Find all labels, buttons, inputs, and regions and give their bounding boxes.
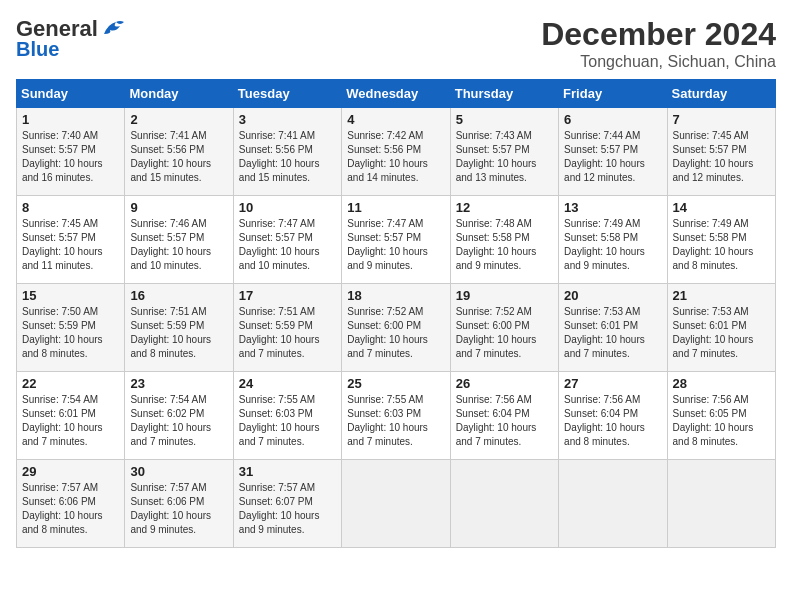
day-number: 12 [456, 200, 553, 215]
day-number: 11 [347, 200, 444, 215]
cell-info: Sunrise: 7:42 AMSunset: 5:56 PMDaylight:… [347, 130, 428, 183]
title-area: December 2024 Tongchuan, Sichuan, China [541, 16, 776, 71]
cell-info: Sunrise: 7:55 AMSunset: 6:03 PMDaylight:… [347, 394, 428, 447]
cell-info: Sunrise: 7:57 AMSunset: 6:06 PMDaylight:… [22, 482, 103, 535]
calendar-cell: 29 Sunrise: 7:57 AMSunset: 6:06 PMDaylig… [17, 460, 125, 548]
day-number: 24 [239, 376, 336, 391]
day-number: 14 [673, 200, 770, 215]
cell-info: Sunrise: 7:54 AMSunset: 6:02 PMDaylight:… [130, 394, 211, 447]
day-number: 30 [130, 464, 227, 479]
calendar-cell: 22 Sunrise: 7:54 AMSunset: 6:01 PMDaylig… [17, 372, 125, 460]
day-number: 21 [673, 288, 770, 303]
weekday-header-monday: Monday [125, 80, 233, 108]
cell-info: Sunrise: 7:51 AMSunset: 5:59 PMDaylight:… [239, 306, 320, 359]
calendar-cell: 6 Sunrise: 7:44 AMSunset: 5:57 PMDayligh… [559, 108, 667, 196]
calendar-cell: 7 Sunrise: 7:45 AMSunset: 5:57 PMDayligh… [667, 108, 775, 196]
calendar-cell: 15 Sunrise: 7:50 AMSunset: 5:59 PMDaylig… [17, 284, 125, 372]
logo: General Blue [16, 16, 124, 61]
day-number: 22 [22, 376, 119, 391]
logo-blue-text: Blue [16, 38, 59, 61]
cell-info: Sunrise: 7:50 AMSunset: 5:59 PMDaylight:… [22, 306, 103, 359]
calendar-cell: 24 Sunrise: 7:55 AMSunset: 6:03 PMDaylig… [233, 372, 341, 460]
day-number: 28 [673, 376, 770, 391]
cell-info: Sunrise: 7:43 AMSunset: 5:57 PMDaylight:… [456, 130, 537, 183]
calendar-cell [342, 460, 450, 548]
calendar-cell: 14 Sunrise: 7:49 AMSunset: 5:58 PMDaylig… [667, 196, 775, 284]
day-number: 16 [130, 288, 227, 303]
calendar-cell [667, 460, 775, 548]
weekday-header-wednesday: Wednesday [342, 80, 450, 108]
day-number: 20 [564, 288, 661, 303]
week-row-5: 29 Sunrise: 7:57 AMSunset: 6:06 PMDaylig… [17, 460, 776, 548]
calendar-cell: 18 Sunrise: 7:52 AMSunset: 6:00 PMDaylig… [342, 284, 450, 372]
cell-info: Sunrise: 7:44 AMSunset: 5:57 PMDaylight:… [564, 130, 645, 183]
calendar-cell: 21 Sunrise: 7:53 AMSunset: 6:01 PMDaylig… [667, 284, 775, 372]
day-number: 23 [130, 376, 227, 391]
calendar-cell: 1 Sunrise: 7:40 AMSunset: 5:57 PMDayligh… [17, 108, 125, 196]
day-number: 29 [22, 464, 119, 479]
calendar-cell: 31 Sunrise: 7:57 AMSunset: 6:07 PMDaylig… [233, 460, 341, 548]
calendar-cell: 28 Sunrise: 7:56 AMSunset: 6:05 PMDaylig… [667, 372, 775, 460]
cell-info: Sunrise: 7:46 AMSunset: 5:57 PMDaylight:… [130, 218, 211, 271]
cell-info: Sunrise: 7:47 AMSunset: 5:57 PMDaylight:… [239, 218, 320, 271]
calendar-cell: 8 Sunrise: 7:45 AMSunset: 5:57 PMDayligh… [17, 196, 125, 284]
location-title: Tongchuan, Sichuan, China [541, 53, 776, 71]
calendar-cell: 9 Sunrise: 7:46 AMSunset: 5:57 PMDayligh… [125, 196, 233, 284]
cell-info: Sunrise: 7:47 AMSunset: 5:57 PMDaylight:… [347, 218, 428, 271]
cell-info: Sunrise: 7:54 AMSunset: 6:01 PMDaylight:… [22, 394, 103, 447]
cell-info: Sunrise: 7:49 AMSunset: 5:58 PMDaylight:… [673, 218, 754, 271]
cell-info: Sunrise: 7:57 AMSunset: 6:07 PMDaylight:… [239, 482, 320, 535]
calendar-cell: 3 Sunrise: 7:41 AMSunset: 5:56 PMDayligh… [233, 108, 341, 196]
week-row-4: 22 Sunrise: 7:54 AMSunset: 6:01 PMDaylig… [17, 372, 776, 460]
day-number: 13 [564, 200, 661, 215]
weekday-header-saturday: Saturday [667, 80, 775, 108]
calendar-cell [450, 460, 558, 548]
cell-info: Sunrise: 7:56 AMSunset: 6:04 PMDaylight:… [564, 394, 645, 447]
calendar-cell: 2 Sunrise: 7:41 AMSunset: 5:56 PMDayligh… [125, 108, 233, 196]
cell-info: Sunrise: 7:55 AMSunset: 6:03 PMDaylight:… [239, 394, 320, 447]
cell-info: Sunrise: 7:41 AMSunset: 5:56 PMDaylight:… [130, 130, 211, 183]
cell-info: Sunrise: 7:48 AMSunset: 5:58 PMDaylight:… [456, 218, 537, 271]
week-row-2: 8 Sunrise: 7:45 AMSunset: 5:57 PMDayligh… [17, 196, 776, 284]
cell-info: Sunrise: 7:49 AMSunset: 5:58 PMDaylight:… [564, 218, 645, 271]
day-number: 19 [456, 288, 553, 303]
day-number: 7 [673, 112, 770, 127]
week-row-1: 1 Sunrise: 7:40 AMSunset: 5:57 PMDayligh… [17, 108, 776, 196]
calendar-cell: 20 Sunrise: 7:53 AMSunset: 6:01 PMDaylig… [559, 284, 667, 372]
calendar-cell: 23 Sunrise: 7:54 AMSunset: 6:02 PMDaylig… [125, 372, 233, 460]
logo-bird-icon [102, 20, 124, 38]
cell-info: Sunrise: 7:41 AMSunset: 5:56 PMDaylight:… [239, 130, 320, 183]
calendar-cell: 26 Sunrise: 7:56 AMSunset: 6:04 PMDaylig… [450, 372, 558, 460]
day-number: 3 [239, 112, 336, 127]
week-row-3: 15 Sunrise: 7:50 AMSunset: 5:59 PMDaylig… [17, 284, 776, 372]
calendar-cell: 16 Sunrise: 7:51 AMSunset: 5:59 PMDaylig… [125, 284, 233, 372]
cell-info: Sunrise: 7:45 AMSunset: 5:57 PMDaylight:… [22, 218, 103, 271]
cell-info: Sunrise: 7:51 AMSunset: 5:59 PMDaylight:… [130, 306, 211, 359]
weekday-header-row: SundayMondayTuesdayWednesdayThursdayFrid… [17, 80, 776, 108]
calendar-cell: 13 Sunrise: 7:49 AMSunset: 5:58 PMDaylig… [559, 196, 667, 284]
day-number: 25 [347, 376, 444, 391]
calendar-cell: 12 Sunrise: 7:48 AMSunset: 5:58 PMDaylig… [450, 196, 558, 284]
calendar-cell: 27 Sunrise: 7:56 AMSunset: 6:04 PMDaylig… [559, 372, 667, 460]
day-number: 31 [239, 464, 336, 479]
header: General Blue December 2024 Tongchuan, Si… [16, 16, 776, 71]
calendar-cell: 10 Sunrise: 7:47 AMSunset: 5:57 PMDaylig… [233, 196, 341, 284]
day-number: 6 [564, 112, 661, 127]
day-number: 5 [456, 112, 553, 127]
cell-info: Sunrise: 7:53 AMSunset: 6:01 PMDaylight:… [673, 306, 754, 359]
day-number: 10 [239, 200, 336, 215]
day-number: 26 [456, 376, 553, 391]
day-number: 8 [22, 200, 119, 215]
day-number: 17 [239, 288, 336, 303]
day-number: 1 [22, 112, 119, 127]
month-title: December 2024 [541, 16, 776, 53]
weekday-header-sunday: Sunday [17, 80, 125, 108]
day-number: 9 [130, 200, 227, 215]
cell-info: Sunrise: 7:56 AMSunset: 6:04 PMDaylight:… [456, 394, 537, 447]
day-number: 4 [347, 112, 444, 127]
day-number: 18 [347, 288, 444, 303]
calendar-cell: 25 Sunrise: 7:55 AMSunset: 6:03 PMDaylig… [342, 372, 450, 460]
cell-info: Sunrise: 7:52 AMSunset: 6:00 PMDaylight:… [347, 306, 428, 359]
day-number: 2 [130, 112, 227, 127]
cell-info: Sunrise: 7:52 AMSunset: 6:00 PMDaylight:… [456, 306, 537, 359]
